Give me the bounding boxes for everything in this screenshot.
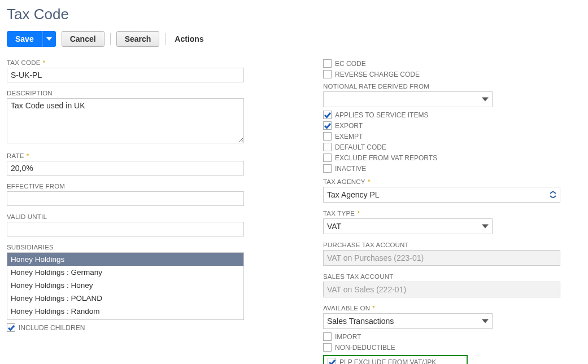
available-on-label: AVAILABLE ON [323,305,493,312]
default-code-label: DEFAULT CODE [335,143,386,151]
check-icon [324,122,331,129]
include-children-label: INCLUDE CHILDREN [19,324,85,332]
purchase-tax-account-field: VAT on Purchases (223-01) [323,250,560,266]
caret-down-icon [46,36,52,42]
caret-down-icon [482,96,489,103]
description-input[interactable] [7,98,244,143]
page-title: Tax Code [7,6,581,23]
search-button[interactable]: Search [116,31,160,47]
tax-type-label: TAX TYPE [323,210,493,217]
available-on-select[interactable]: Sales Transactions [323,313,493,329]
ec-code-label: EC CODE [335,60,366,68]
list-item[interactable]: Honey Holdings : POLAND [7,292,243,305]
list-item[interactable]: Honey Holdings [7,253,243,266]
tax-type-select[interactable]: VAT [323,218,493,234]
list-item[interactable]: Honey Holdings : Random [7,305,243,318]
tax-agency-select[interactable]: Tax Agency PL [323,187,560,203]
tax-agency-label: TAX AGENCY [323,178,560,185]
sales-tax-account-field: VAT on Sales (222-01) [323,282,560,297]
plp-exclude-highlight: PLP EXCLUDE FROM VAT/JPK [323,355,468,364]
save-dropdown-button[interactable] [42,31,56,47]
effective-from-input[interactable] [7,191,244,206]
form-body: TAX CODE DESCRIPTION RATE EFFECTIVE FROM… [7,59,581,364]
right-column: EC CODE REVERSE CHARGE CODE NOTIONAL RAT… [323,59,560,364]
inactive-label: INACTIVE [335,165,366,173]
toolbar: Save Cancel Search Actions [7,31,581,47]
non-deductible-checkbox[interactable] [323,343,332,352]
check-icon [8,324,15,331]
exempt-checkbox[interactable] [323,132,332,141]
applies-service-checkbox[interactable] [323,111,332,119]
default-code-checkbox[interactable] [323,143,332,151]
subsidiaries-label: SUBSIDIARIES [7,244,244,251]
notional-rate-select[interactable] [323,91,493,107]
effective-from-label: EFFECTIVE FROM [7,183,244,190]
cancel-button[interactable]: Cancel [62,31,104,47]
tax-code-input[interactable] [7,68,244,82]
reverse-charge-checkbox[interactable] [323,70,332,78]
ec-code-checkbox[interactable] [323,59,332,68]
list-item[interactable]: Honey Holdings : Honey [7,279,243,292]
purchase-tax-account-label: PURCHASE TAX ACCOUNT [323,242,560,248]
tax-agency-value: Tax Agency PL [327,190,380,199]
available-on-value: Sales Transactions [327,317,394,326]
toolbar-divider [110,33,111,45]
plp-exclude-label: PLP EXCLUDE FROM VAT/JPK [339,358,436,365]
export-checkbox[interactable] [323,121,332,130]
exclude-vat-reports-label: EXCLUDE FROM VAT REPORTS [335,154,437,162]
exempt-label: EXEMPT [335,133,363,141]
tax-code-label: TAX CODE [7,59,244,66]
save-button-group: Save [7,31,56,47]
notional-rate-label: NOTIONAL RATE DERIVED FROM [323,83,493,90]
export-label: EXPORT [335,122,363,130]
actions-menu[interactable]: Actions [171,34,207,43]
include-children-checkbox[interactable] [7,323,15,332]
inactive-checkbox[interactable] [323,164,332,173]
reverse-charge-label: REVERSE CHARGE CODE [335,71,420,78]
caret-down-icon [482,318,489,324]
sales-tax-account-label: SALES TAX ACCOUNT [323,273,560,280]
valid-until-input[interactable] [7,222,244,236]
import-label: IMPORT [335,333,361,341]
check-icon [329,359,336,365]
double-chevron-icon [550,191,556,198]
tax-type-value: VAT [327,222,341,231]
list-item[interactable]: Honey Holdings : Germany [7,266,243,279]
caret-down-icon [482,223,489,230]
plp-exclude-checkbox[interactable] [328,358,336,364]
valid-until-label: VALID UNTIL [7,213,244,220]
rate-input[interactable] [7,161,244,176]
left-column: TAX CODE DESCRIPTION RATE EFFECTIVE FROM… [7,59,244,334]
check-icon [324,112,331,119]
subsidiaries-listbox[interactable]: Honey Holdings Honey Holdings : Germany … [7,252,244,320]
non-deductible-label: NON-DEDUCTIBLE [335,344,395,352]
save-button[interactable]: Save [7,31,42,47]
rate-label: RATE [7,152,244,159]
exclude-vat-reports-checkbox[interactable] [323,154,332,162]
applies-service-label: APPLIES TO SERVICE ITEMS [335,111,428,119]
import-checkbox[interactable] [323,332,332,341]
description-label: DESCRIPTION [7,90,244,97]
toolbar-divider [165,33,165,45]
